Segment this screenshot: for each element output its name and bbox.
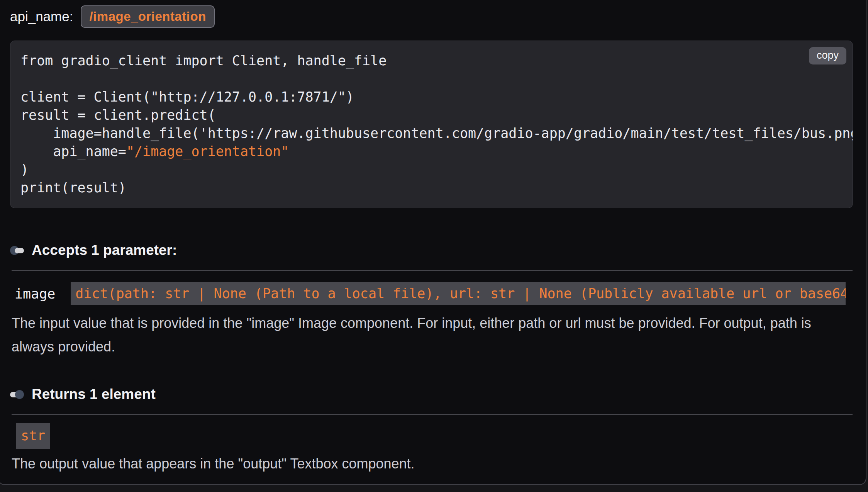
parameter-name: image <box>15 286 55 302</box>
code-line: api_name="/image_orientation" <box>20 143 853 161</box>
code-line-plain: api_name= <box>20 144 126 159</box>
code-block: copy from gradio_client import Client, h… <box>10 41 853 208</box>
code-line: result = client.predict( <box>20 106 853 124</box>
code-line <box>20 70 853 88</box>
code-line: client = Client("http://127.0.0.1:7871/"… <box>20 88 853 106</box>
parameter-row: image dict(path: str | None (Path to a l… <box>15 282 854 305</box>
accepts-heading: Accepts 1 parameter: <box>32 242 177 258</box>
copy-button[interactable]: copy <box>809 47 846 64</box>
api-name-badge: /image_orientation <box>81 5 214 28</box>
divider <box>12 270 853 271</box>
returns-heading: Returns 1 element <box>32 386 156 402</box>
accepts-heading-row: Accepts 1 parameter: <box>10 242 854 258</box>
toggle-pill-right-icon <box>10 390 24 399</box>
code-snippet: from gradio_client import Client, handle… <box>20 52 853 197</box>
return-description: The output value that appears in the "ou… <box>12 452 834 475</box>
return-type-row: str <box>16 423 854 449</box>
api-endpoint-card: api_name: /image_orientation copy from g… <box>0 0 866 485</box>
code-line: ) <box>20 161 853 179</box>
code-line-string-value: "/image_orientation" <box>126 144 289 159</box>
divider <box>12 414 853 415</box>
toggle-pill-left-icon <box>10 246 24 255</box>
returns-heading-row: Returns 1 element <box>10 386 854 402</box>
api-name-header: api_name: /image_orientation <box>10 5 854 28</box>
code-line: print(result) <box>20 179 853 197</box>
parameter-type-chip: dict(path: str | None (Path to a local f… <box>71 282 846 305</box>
return-type-chip: str <box>16 423 50 449</box>
parameter-description: The input value that is provided in the … <box>12 311 834 358</box>
code-line: from gradio_client import Client, handle… <box>20 52 853 70</box>
code-line: image=handle_file('https://raw.githubuse… <box>20 124 853 143</box>
api-name-label: api_name: <box>10 9 73 24</box>
